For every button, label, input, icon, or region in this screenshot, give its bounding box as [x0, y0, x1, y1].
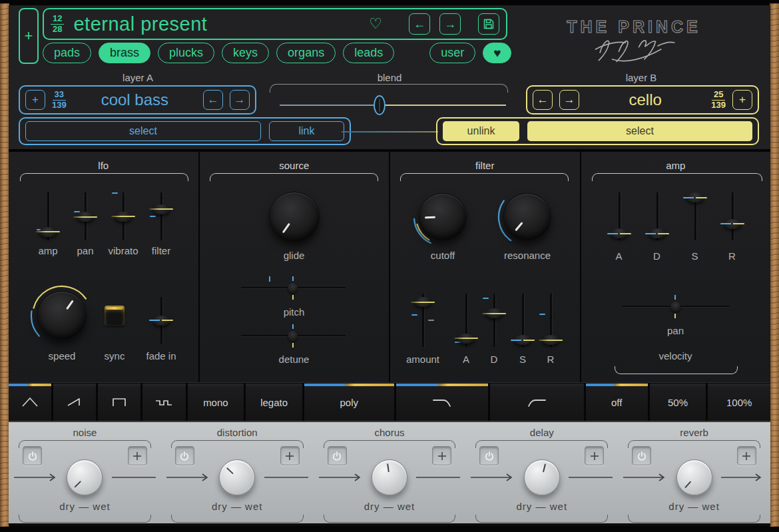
- tab-pads[interactable]: pads: [43, 43, 91, 63]
- filter-amount-slider[interactable]: [408, 294, 437, 347]
- chorus-power-button[interactable]: [328, 446, 347, 465]
- slider-handle[interactable]: [288, 283, 298, 293]
- layer-b-add-button[interactable]: +: [732, 90, 752, 110]
- resonance-knob[interactable]: [503, 193, 551, 241]
- layer-a-name[interactable]: cool bass: [73, 91, 196, 109]
- tab-plucks[interactable]: plucks: [158, 43, 214, 63]
- distortion-drywet-knob[interactable]: [219, 459, 255, 495]
- link-button[interactable]: link: [269, 121, 344, 141]
- unlink-button[interactable]: unlink: [443, 121, 519, 141]
- lfo-vibrato-slider[interactable]: [109, 192, 138, 240]
- filter-decay-slider[interactable]: [479, 294, 509, 347]
- layer-a-next-button[interactable]: →: [230, 90, 250, 110]
- layer-a-prev-button[interactable]: ←: [203, 90, 223, 110]
- reverb-power-button[interactable]: [632, 446, 651, 465]
- lfo-pan-slider[interactable]: [71, 192, 100, 240]
- amp-decay-slider[interactable]: [643, 192, 672, 240]
- glide-knob[interactable]: [269, 192, 320, 242]
- next-preset-button[interactable]: →: [439, 13, 461, 35]
- noise-add-button[interactable]: [128, 446, 147, 465]
- slider-handle[interactable]: [115, 212, 132, 222]
- chorus-add-button[interactable]: [432, 446, 451, 465]
- chorus-title: chorus: [314, 427, 466, 438]
- layer-a-add-button[interactable]: +: [25, 90, 45, 110]
- pitch-slider[interactable]: [241, 282, 346, 293]
- layer-a-select-button[interactable]: select: [25, 121, 261, 141]
- slider-handle[interactable]: [152, 204, 170, 214]
- slider-handle[interactable]: [542, 335, 559, 345]
- slider-handle[interactable]: [611, 228, 628, 238]
- amp-release-slider[interactable]: [718, 192, 747, 240]
- amp-sustain-slider[interactable]: [680, 192, 710, 240]
- lfo-shape-triangle-button[interactable]: [9, 384, 51, 421]
- noise-module: noise: [9, 422, 161, 523]
- slider-handle[interactable]: [39, 227, 57, 237]
- layer-b-next-button[interactable]: →: [559, 90, 579, 110]
- preset-name[interactable]: eternal present: [73, 13, 360, 35]
- add-preset-button[interactable]: +: [19, 8, 39, 64]
- layer-b-prev-button[interactable]: ←: [533, 90, 553, 110]
- sync-toggle[interactable]: [105, 306, 125, 326]
- filter-type-lowpass-button[interactable]: [396, 384, 488, 421]
- noise-drywet-knob[interactable]: [67, 459, 103, 495]
- lfo-shape-square-button[interactable]: [98, 384, 140, 421]
- fx-bracket-bottom: [324, 515, 456, 523]
- slider-handle[interactable]: [288, 331, 298, 341]
- fade-in-slider[interactable]: [146, 297, 176, 344]
- slider-handle[interactable]: [670, 302, 680, 312]
- layer-b-select-button[interactable]: select: [527, 121, 752, 141]
- favorite-heart-icon[interactable]: ♡: [369, 15, 382, 33]
- slider-handle[interactable]: [686, 192, 704, 202]
- tab-leads[interactable]: leads: [343, 43, 394, 63]
- slider-handle[interactable]: [485, 308, 503, 318]
- amp-attack-slider[interactable]: [605, 192, 634, 240]
- slider-handle[interactable]: [724, 219, 741, 229]
- reverb-add-button[interactable]: [737, 446, 756, 465]
- distortion-power-button[interactable]: [175, 446, 194, 465]
- slider-handle[interactable]: [649, 228, 666, 238]
- slider-handle[interactable]: [77, 212, 94, 222]
- slider-handle[interactable]: [152, 316, 170, 326]
- lfo-filter-slider[interactable]: [146, 192, 176, 240]
- voice-mode-legato-button[interactable]: legato: [246, 384, 302, 421]
- filter-sustain-slider[interactable]: [508, 294, 537, 347]
- distortion-add-button[interactable]: [280, 446, 300, 465]
- tab-keys[interactable]: keys: [222, 43, 269, 63]
- tab-organs[interactable]: organs: [276, 43, 336, 63]
- reverb-drywet-knob[interactable]: [676, 459, 712, 495]
- slider-handle[interactable]: [414, 297, 431, 307]
- slider-handle[interactable]: [457, 334, 475, 344]
- tab-brass[interactable]: brass: [99, 43, 150, 63]
- slider-handle[interactable]: [514, 335, 531, 345]
- filter-release-slider[interactable]: [536, 294, 565, 347]
- tab-user[interactable]: user: [429, 43, 475, 63]
- filter-attack-slider[interactable]: [451, 294, 481, 347]
- voice-mode-mono-button[interactable]: mono: [188, 384, 244, 421]
- lfo-amp-slider[interactable]: [33, 192, 63, 240]
- velocity-50-button[interactable]: 50%: [650, 384, 706, 421]
- save-preset-button[interactable]: [478, 13, 499, 35]
- lfo-shape-pulse-button[interactable]: [142, 384, 185, 421]
- prev-preset-button[interactable]: ←: [409, 13, 430, 35]
- amp-release-label: R: [728, 250, 736, 262]
- filter-type-highpass-button[interactable]: [490, 384, 584, 421]
- filter-decay-label: D: [491, 354, 498, 365]
- amp-title: amp: [581, 160, 771, 171]
- blend-handle[interactable]: [374, 95, 386, 115]
- detune-slider[interactable]: [241, 330, 346, 341]
- delay-power-button[interactable]: [479, 446, 499, 465]
- noise-power-button[interactable]: [23, 446, 42, 465]
- chorus-drywet-knob[interactable]: [372, 459, 407, 495]
- layer-b-name[interactable]: cello: [586, 91, 704, 109]
- velocity-100-button[interactable]: 100%: [708, 384, 770, 421]
- speed-knob[interactable]: [37, 291, 87, 340]
- delay-drywet-knob[interactable]: [524, 459, 560, 495]
- amp-pan-slider[interactable]: [623, 301, 729, 312]
- voice-mode-poly-button[interactable]: poly: [304, 384, 394, 421]
- lfo-shape-saw-button[interactable]: [53, 384, 96, 421]
- velocity-off-button[interactable]: off: [586, 384, 648, 421]
- delay-add-button[interactable]: [585, 446, 604, 465]
- blend-slider[interactable]: [280, 100, 506, 111]
- tab-favorites[interactable]: ♥: [483, 43, 511, 63]
- cutoff-knob[interactable]: [419, 193, 467, 241]
